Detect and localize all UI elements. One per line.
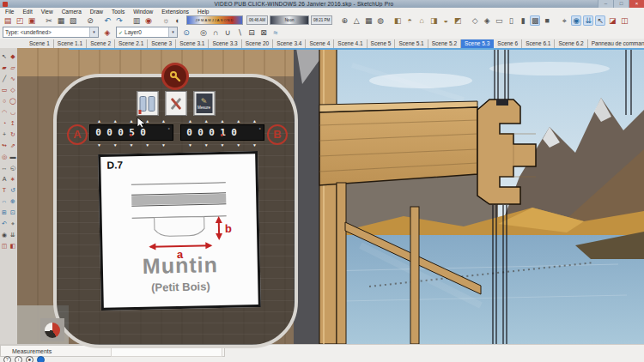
zoom-tool[interactable]: ⊕ <box>9 196 17 207</box>
digit-decrement-arrow[interactable]: ▼ <box>249 142 260 148</box>
network-status-icon[interactable] <box>37 356 45 362</box>
tab-scene-6[interactable]: Scene 6 <box>494 39 522 48</box>
sandbox-icon[interactable]: ≈ <box>270 27 281 38</box>
paste-icon[interactable]: ▧ <box>68 15 78 26</box>
digit-decrement-arrow[interactable]: ▼ <box>110 142 121 148</box>
menu-item[interactable]: View <box>41 9 53 15</box>
open-icon[interactable]: ◰ <box>15 15 25 26</box>
digit-increment-arrow[interactable]: ▲ <box>249 118 260 124</box>
rotated-rectangle-tool[interactable]: ◇ <box>9 84 17 95</box>
info-icon[interactable]: i <box>15 356 22 362</box>
make-component-tool[interactable]: ◆ <box>9 51 17 62</box>
shadow-settings-icon[interactable]: ☼ <box>161 15 171 26</box>
measurements-input[interactable] <box>111 347 222 357</box>
tab-scene-3[interactable]: Scene 3 <box>148 39 176 48</box>
select-tool[interactable]: ↖ <box>0 51 9 62</box>
front-view-icon[interactable]: ⌂ <box>416 15 427 26</box>
digit-decrement-arrow[interactable]: ▼ <box>217 142 228 148</box>
shadow-toggle-icon[interactable]: ◐ <box>173 15 183 26</box>
menu-item[interactable]: Edit <box>22 9 32 15</box>
top-view-icon[interactable]: ◓ <box>404 15 415 26</box>
tools-button[interactable] <box>165 91 186 116</box>
tab-scene-6-2[interactable]: Scene 6.2 <box>555 39 587 48</box>
zoom-window-tool[interactable]: ⊞ <box>0 207 9 218</box>
text-tool[interactable]: A <box>0 173 9 184</box>
tab-scene-20[interactable]: Scene 20 <box>242 39 273 48</box>
shadow-time-slider[interactable]: Noon <box>270 15 309 25</box>
mesure-button[interactable]: ✎ Mesure <box>193 91 215 116</box>
windows-style-button[interactable] <box>137 91 158 116</box>
section-display-icon[interactable]: ◫ <box>619 15 629 26</box>
toggle-terrain-icon[interactable]: △ <box>351 15 361 26</box>
position-camera-tool[interactable]: ⌖ <box>9 218 17 229</box>
orbit-tool[interactable]: ↺ <box>9 184 17 196</box>
axes-tool[interactable]: ∗ <box>9 173 17 184</box>
trim-icon[interactable]: ⊟ <box>246 27 257 38</box>
section-plane-tool[interactable]: ◫ <box>0 240 9 251</box>
split-icon[interactable]: ⊠ <box>258 27 269 38</box>
tab-scene-2-1[interactable]: Scene 2.1 <box>115 39 148 48</box>
tab-scene-4-1[interactable]: Scene 4.1 <box>334 39 367 48</box>
digit-decrement-arrow[interactable]: ▼ <box>233 142 244 148</box>
erase-icon[interactable]: ⊘ <box>85 15 95 26</box>
digit-increment-arrow[interactable]: ▲ <box>201 118 212 124</box>
paint-bucket-tool[interactable]: ▰ <box>0 62 9 73</box>
tab-panneau-de-commande[interactable]: Panneau de commande <box>588 39 644 48</box>
chevron-down-icon[interactable]: ▾ <box>89 27 98 37</box>
model-info-icon[interactable]: ◉ <box>143 15 154 26</box>
back-view-icon[interactable]: ◒ <box>440 15 451 26</box>
menu-item[interactable]: Extensions <box>161 9 189 15</box>
digit-increment-arrow[interactable]: ▲ <box>110 118 121 124</box>
preview-model-icon[interactable]: ◍ <box>375 15 386 26</box>
credits-icon[interactable]: ☻ <box>26 356 33 362</box>
look-around-tool[interactable]: ◉ <box>0 229 9 240</box>
tab-scene-5[interactable]: Scene 5 <box>368 39 396 48</box>
left-view-icon[interactable]: ◩ <box>453 15 463 26</box>
shadow-date-slider[interactable]: JFMAMJJASOND <box>186 15 243 25</box>
walk-tool[interactable]: ⇊ <box>9 229 17 240</box>
save-icon[interactable]: ▣ <box>27 15 37 26</box>
digit-increment-arrow[interactable]: ▲ <box>94 118 105 124</box>
digit-decrement-arrow[interactable]: ▼ <box>158 142 169 148</box>
subtract-icon[interactable]: ∖ <box>234 27 245 38</box>
position-camera-icon[interactable]: ⌖ <box>559 15 569 26</box>
intersect-icon[interactable]: ∩ <box>210 27 221 38</box>
digit-decrement-arrow[interactable]: ▼ <box>201 142 212 148</box>
digit-decrement-arrow[interactable]: ▼ <box>185 142 196 148</box>
maximize-button[interactable]: □ <box>613 0 629 8</box>
redo-icon[interactable]: ↷ <box>114 15 125 26</box>
chevron-down-icon[interactable]: ▾ <box>168 27 177 37</box>
tab-scene-4[interactable]: Scene 4 <box>306 39 334 48</box>
back-edges-icon[interactable]: ◈ <box>482 15 492 26</box>
textured-icon[interactable]: ▩ <box>530 15 540 26</box>
digit-increment-arrow[interactable]: ▲ <box>233 118 244 124</box>
undo-icon[interactable]: ↶ <box>102 15 112 26</box>
menu-item[interactable]: Camera <box>62 9 82 15</box>
add-location-icon[interactable]: ⊕ <box>339 15 349 26</box>
monochrome-icon[interactable]: ■ <box>542 15 552 26</box>
hidden-line-icon[interactable]: ▯ <box>506 15 516 26</box>
cut-icon[interactable]: ✂ <box>44 15 54 26</box>
tab-scene-5-1[interactable]: Scene 5.1 <box>395 39 428 48</box>
pie-tool[interactable]: ◔ <box>0 118 9 129</box>
close-button[interactable]: × <box>629 0 644 8</box>
minimize-button[interactable]: – <box>598 0 613 8</box>
right-view-icon[interactable]: ◨ <box>428 15 439 26</box>
union-icon[interactable]: ∪ <box>222 27 233 38</box>
section-plane-icon[interactable]: ◪ <box>607 15 617 26</box>
layer-manager-icon[interactable]: ⊙ <box>181 27 191 38</box>
layer-combo[interactable]: ✓ Layer0 ▾ <box>116 27 178 38</box>
freehand-tool[interactable]: ∿ <box>9 73 17 84</box>
eraser-tool[interactable]: ▱ <box>9 62 17 73</box>
dimension-tool[interactable]: ↔ <box>0 162 9 173</box>
move-tool[interactable]: + <box>0 129 9 140</box>
menu-item[interactable]: Draw <box>90 9 103 15</box>
outer-shell-icon[interactable]: ◎ <box>198 27 209 38</box>
3d-text-tool[interactable]: T <box>0 184 9 196</box>
circle-tool[interactable]: ○ <box>0 95 9 106</box>
previous-view-tool[interactable]: ↶ <box>0 218 9 229</box>
digit-decrement-arrow[interactable]: ▼ <box>94 142 105 148</box>
photo-textures-icon[interactable]: ▦ <box>363 15 374 26</box>
walk-icon[interactable]: ⇊ <box>583 15 593 26</box>
print-icon[interactable]: ▥ <box>131 15 142 26</box>
